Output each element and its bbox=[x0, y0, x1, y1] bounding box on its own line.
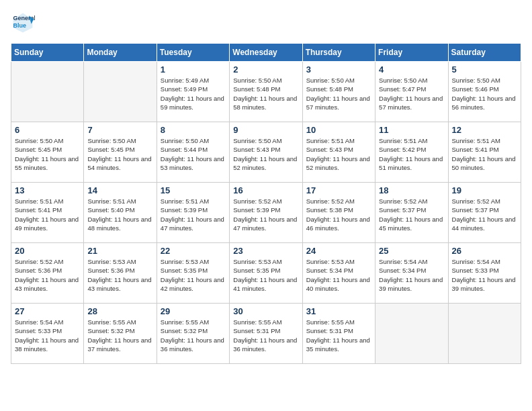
calendar-cell: 1 Sunrise: 5:49 AM Sunset: 5:49 PM Dayli… bbox=[157, 62, 229, 122]
daylight-text: Daylight: 11 hours and 51 minutes. bbox=[379, 155, 443, 171]
calendar-cell bbox=[84, 62, 157, 122]
day-info: Sunrise: 5:54 AM Sunset: 5:33 PM Dayligh… bbox=[15, 318, 80, 353]
calendar-week-3: 13 Sunrise: 5:51 AM Sunset: 5:41 PM Dayl… bbox=[11, 183, 521, 243]
calendar-cell: 14 Sunrise: 5:51 AM Sunset: 5:40 PM Dayl… bbox=[84, 183, 157, 243]
day-info: Sunrise: 5:52 AM Sunset: 5:38 PM Dayligh… bbox=[306, 197, 371, 232]
day-number: 2 bbox=[233, 64, 298, 75]
day-info: Sunrise: 5:52 AM Sunset: 5:36 PM Dayligh… bbox=[15, 257, 80, 293]
sunset-text: Sunset: 5:42 PM bbox=[379, 146, 426, 153]
day-number: 20 bbox=[15, 246, 80, 256]
day-info: Sunrise: 5:49 AM Sunset: 5:49 PM Dayligh… bbox=[161, 76, 226, 111]
sunset-text: Sunset: 5:34 PM bbox=[379, 267, 426, 274]
sunrise-text: Sunrise: 5:55 AM bbox=[233, 318, 281, 326]
sunset-text: Sunset: 5:40 PM bbox=[87, 206, 134, 214]
sunrise-text: Sunrise: 5:51 AM bbox=[306, 137, 355, 144]
calendar-cell bbox=[11, 62, 84, 122]
sunrise-text: Sunrise: 5:50 AM bbox=[306, 77, 355, 84]
sunrise-text: Sunrise: 5:49 AM bbox=[161, 77, 209, 84]
calendar-cell: 13 Sunrise: 5:51 AM Sunset: 5:41 PM Dayl… bbox=[11, 183, 84, 243]
daylight-text: Daylight: 11 hours and 59 minutes. bbox=[161, 95, 224, 111]
calendar-week-4: 20 Sunrise: 5:52 AM Sunset: 5:36 PM Dayl… bbox=[11, 243, 521, 304]
calendar-cell: 10 Sunrise: 5:51 AM Sunset: 5:43 PM Dayl… bbox=[302, 122, 375, 183]
day-header-wednesday: Wednesday bbox=[230, 44, 302, 62]
daylight-text: Daylight: 11 hours and 46 minutes. bbox=[306, 216, 370, 232]
sunset-text: Sunset: 5:37 PM bbox=[379, 206, 426, 214]
day-number: 29 bbox=[161, 306, 226, 316]
day-info: Sunrise: 5:54 AM Sunset: 5:34 PM Dayligh… bbox=[379, 257, 444, 293]
day-header-sunday: Sunday bbox=[11, 44, 84, 62]
calendar-cell: 8 Sunrise: 5:50 AM Sunset: 5:44 PM Dayli… bbox=[157, 122, 229, 183]
day-info: Sunrise: 5:52 AM Sunset: 5:39 PM Dayligh… bbox=[233, 197, 298, 232]
day-number: 28 bbox=[87, 306, 152, 316]
sunset-text: Sunset: 5:31 PM bbox=[233, 327, 280, 334]
sunset-text: Sunset: 5:43 PM bbox=[233, 146, 280, 153]
sunset-text: Sunset: 5:32 PM bbox=[161, 327, 208, 334]
sunset-text: Sunset: 5:45 PM bbox=[87, 146, 134, 153]
daylight-text: Daylight: 11 hours and 57 minutes. bbox=[306, 95, 370, 111]
day-number: 27 bbox=[15, 306, 80, 316]
sunrise-text: Sunrise: 5:50 AM bbox=[15, 137, 63, 144]
logo: General Blue bbox=[11, 11, 39, 35]
day-number: 30 bbox=[233, 306, 298, 316]
day-number: 11 bbox=[379, 125, 444, 135]
day-info: Sunrise: 5:54 AM Sunset: 5:33 PM Dayligh… bbox=[452, 257, 517, 293]
day-number: 25 bbox=[379, 246, 444, 256]
calendar-table: SundayMondayTuesdayWednesdayThursdayFrid… bbox=[11, 43, 521, 364]
calendar-cell: 9 Sunrise: 5:50 AM Sunset: 5:43 PM Dayli… bbox=[230, 122, 302, 183]
day-info: Sunrise: 5:55 AM Sunset: 5:32 PM Dayligh… bbox=[161, 318, 226, 353]
sunrise-text: Sunrise: 5:52 AM bbox=[15, 258, 63, 265]
daylight-text: Daylight: 11 hours and 53 minutes. bbox=[161, 155, 224, 171]
calendar-cell: 27 Sunrise: 5:54 AM Sunset: 5:33 PM Dayl… bbox=[11, 304, 84, 364]
sunrise-text: Sunrise: 5:55 AM bbox=[161, 318, 209, 326]
sunset-text: Sunset: 5:33 PM bbox=[452, 267, 499, 274]
sunset-text: Sunset: 5:33 PM bbox=[15, 327, 62, 334]
day-info: Sunrise: 5:52 AM Sunset: 5:37 PM Dayligh… bbox=[379, 197, 444, 232]
day-info: Sunrise: 5:50 AM Sunset: 5:47 PM Dayligh… bbox=[379, 76, 444, 111]
day-number: 21 bbox=[87, 246, 152, 256]
daylight-text: Daylight: 11 hours and 47 minutes. bbox=[161, 216, 224, 232]
daylight-text: Daylight: 11 hours and 41 minutes. bbox=[233, 276, 297, 292]
day-info: Sunrise: 5:51 AM Sunset: 5:39 PM Dayligh… bbox=[161, 197, 226, 232]
calendar-cell: 22 Sunrise: 5:53 AM Sunset: 5:35 PM Dayl… bbox=[157, 243, 229, 304]
daylight-text: Daylight: 11 hours and 47 minutes. bbox=[233, 216, 297, 232]
calendar-week-1: 1 Sunrise: 5:49 AM Sunset: 5:49 PM Dayli… bbox=[11, 62, 521, 122]
day-info: Sunrise: 5:50 AM Sunset: 5:44 PM Dayligh… bbox=[161, 136, 226, 172]
day-info: Sunrise: 5:51 AM Sunset: 5:41 PM Dayligh… bbox=[452, 136, 517, 172]
day-header-thursday: Thursday bbox=[302, 44, 375, 62]
day-number: 17 bbox=[306, 185, 371, 195]
calendar-cell: 18 Sunrise: 5:52 AM Sunset: 5:37 PM Dayl… bbox=[375, 183, 448, 243]
daylight-text: Daylight: 11 hours and 45 minutes. bbox=[379, 216, 443, 232]
day-number: 13 bbox=[15, 185, 80, 195]
day-header-tuesday: Tuesday bbox=[157, 44, 229, 62]
calendar-cell: 23 Sunrise: 5:53 AM Sunset: 5:35 PM Dayl… bbox=[230, 243, 302, 304]
daylight-text: Daylight: 11 hours and 40 minutes. bbox=[306, 276, 370, 292]
sunset-text: Sunset: 5:48 PM bbox=[306, 85, 353, 93]
day-header-friday: Friday bbox=[375, 44, 448, 62]
logo-icon: General Blue bbox=[11, 11, 35, 35]
day-info: Sunrise: 5:50 AM Sunset: 5:48 PM Dayligh… bbox=[306, 76, 371, 111]
calendar-cell: 17 Sunrise: 5:52 AM Sunset: 5:38 PM Dayl… bbox=[302, 183, 375, 243]
sunset-text: Sunset: 5:38 PM bbox=[306, 206, 353, 214]
day-info: Sunrise: 5:52 AM Sunset: 5:37 PM Dayligh… bbox=[452, 197, 517, 232]
sunset-text: Sunset: 5:44 PM bbox=[161, 146, 208, 153]
calendar-cell: 25 Sunrise: 5:54 AM Sunset: 5:34 PM Dayl… bbox=[375, 243, 448, 304]
sunrise-text: Sunrise: 5:50 AM bbox=[452, 77, 500, 84]
calendar-cell: 19 Sunrise: 5:52 AM Sunset: 5:37 PM Dayl… bbox=[448, 183, 521, 243]
daylight-text: Daylight: 11 hours and 56 minutes. bbox=[452, 95, 516, 111]
calendar-week-2: 6 Sunrise: 5:50 AM Sunset: 5:45 PM Dayli… bbox=[11, 122, 521, 183]
sunrise-text: Sunrise: 5:50 AM bbox=[233, 137, 281, 144]
day-header-monday: Monday bbox=[84, 44, 157, 62]
day-info: Sunrise: 5:51 AM Sunset: 5:41 PM Dayligh… bbox=[15, 197, 80, 232]
calendar-cell: 12 Sunrise: 5:51 AM Sunset: 5:41 PM Dayl… bbox=[448, 122, 521, 183]
day-info: Sunrise: 5:53 AM Sunset: 5:34 PM Dayligh… bbox=[306, 257, 371, 293]
page-header: General Blue bbox=[11, 11, 521, 35]
day-number: 24 bbox=[306, 246, 371, 256]
daylight-text: Daylight: 11 hours and 36 minutes. bbox=[161, 336, 224, 353]
sunrise-text: Sunrise: 5:54 AM bbox=[379, 258, 427, 265]
sunrise-text: Sunrise: 5:51 AM bbox=[379, 137, 427, 144]
day-info: Sunrise: 5:53 AM Sunset: 5:35 PM Dayligh… bbox=[161, 257, 226, 293]
calendar-header-row: SundayMondayTuesdayWednesdayThursdayFrid… bbox=[11, 44, 521, 62]
sunset-text: Sunset: 5:31 PM bbox=[306, 327, 353, 334]
daylight-text: Daylight: 11 hours and 50 minutes. bbox=[452, 155, 516, 171]
daylight-text: Daylight: 11 hours and 38 minutes. bbox=[15, 336, 79, 353]
